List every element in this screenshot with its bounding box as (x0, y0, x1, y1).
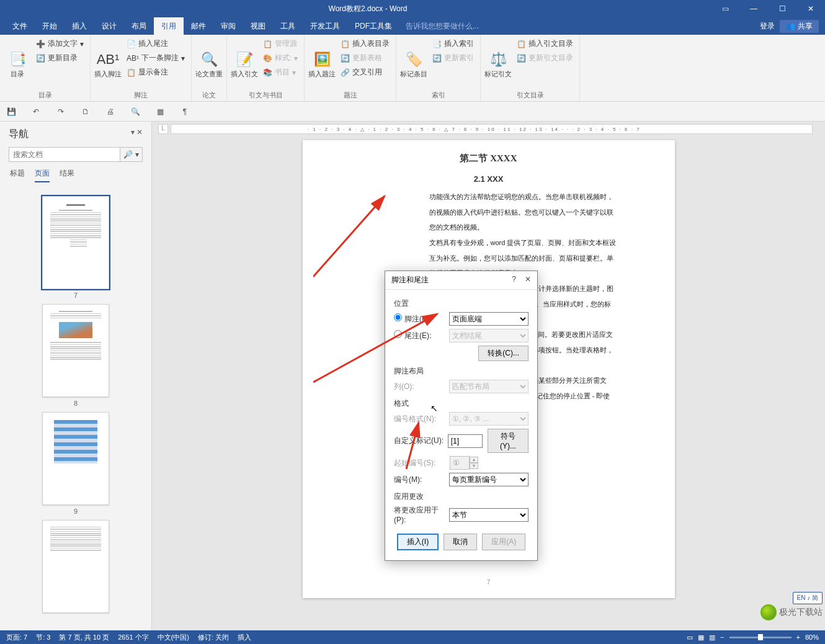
zoom-level[interactable]: 80% (805, 633, 819, 641)
titlebar: Word教程2.docx - Word ▭ — ☐ ✕ (0, 0, 825, 17)
zoom-slider[interactable] (729, 637, 792, 638)
update-authorities-button[interactable]: 🔄 更新引文目录 (514, 51, 576, 65)
bibliography-button[interactable]: 📚 书目 ▾ (261, 66, 300, 79)
nav-tab-headings[interactable]: 标题 (10, 168, 25, 182)
nav-tab-pages[interactable]: 页面 (35, 168, 50, 182)
numbering-select[interactable]: 每页重新编号 (449, 473, 528, 486)
ribbon-options-icon[interactable]: ▭ (711, 0, 739, 17)
tab-developer[interactable]: 开发工具 (303, 17, 347, 35)
table-icon[interactable]: ▦ (154, 105, 166, 118)
tab-file[interactable]: 文件 (5, 17, 35, 35)
start-at-input (450, 456, 470, 470)
cross-ference-button[interactable]: 🔗 交叉引用 (338, 66, 392, 79)
manage-sources-button[interactable]: 📋 管理源 (261, 37, 300, 50)
tab-references[interactable]: 引用 (154, 17, 184, 35)
insert-index-button[interactable]: 📑 插入索引 (430, 37, 476, 50)
symbol-button[interactable]: 符号(Y)... (488, 429, 528, 453)
tab-pdf[interactable]: PDF工具集 (347, 17, 399, 35)
tab-selector[interactable]: L (158, 124, 168, 134)
tab-review[interactable]: 审阅 (213, 17, 243, 35)
apply-to-select[interactable]: 本节 (449, 508, 528, 522)
close-button[interactable]: ✕ (796, 0, 825, 17)
doc-subheading: 2.1 XXX (330, 174, 648, 184)
status-section[interactable]: 节: 3 (36, 633, 50, 642)
page-thumbnail[interactable] (42, 196, 109, 289)
start-at-spinner: ▲▼ (470, 457, 478, 469)
redo-icon[interactable]: ↷ (55, 105, 67, 118)
tab-insert[interactable]: 插入 (65, 17, 94, 35)
mark-citation-button[interactable]: ⚖️标记引文 (484, 37, 512, 91)
page-thumbnail[interactable] (42, 520, 109, 613)
thumb-label: 9 (0, 508, 151, 515)
add-text-button[interactable]: ➕ 添加文字 ▾ (33, 37, 86, 50)
insert-button[interactable]: 插入(I) (397, 534, 439, 550)
zoom-out-icon[interactable]: − (720, 633, 724, 641)
convert-button[interactable]: 转换(C)... (478, 346, 528, 361)
footnote-radio[interactable] (394, 313, 402, 321)
paper-check-button[interactable]: 🔍论文查重 (195, 37, 223, 91)
status-position[interactable]: 第 7 页, 共 10 页 (59, 633, 109, 642)
insert-tof-button[interactable]: 📋 插入表目录 (338, 37, 392, 50)
update-toc-button[interactable]: 🔄 更新目录 (33, 51, 86, 65)
insert-caption-button[interactable]: 🖼️插入题注 (308, 37, 336, 91)
nav-search[interactable]: 🔎 ▾ (9, 147, 143, 162)
insert-citation-button[interactable]: 📝插入引文 (231, 37, 258, 91)
print-icon[interactable]: 🖨 (104, 105, 117, 118)
tab-tools[interactable]: 工具 (273, 17, 303, 35)
tab-design[interactable]: 设计 (94, 17, 124, 35)
footnote-position-select[interactable]: 页面底端 (449, 312, 528, 326)
dialog-help-icon[interactable]: ? (512, 275, 516, 285)
ruler[interactable]: · 1 · 2 · 3 · 4 · △ · 1 · 2 · 3 · 4 · 5 … (171, 124, 813, 134)
page-number: 7 (330, 579, 648, 586)
tab-mailings[interactable]: 邮件 (184, 17, 213, 35)
show-notes-button[interactable]: 📋 显示备注 (124, 66, 187, 79)
document-area: L · 1 · 2 · 3 · 4 · △ · 1 · 2 · 3 · 4 · … (152, 122, 825, 630)
insert-authorities-button[interactable]: 📋 插入引文目录 (514, 37, 576, 50)
toc-button[interactable]: 📑目录 (4, 37, 31, 91)
language-badge[interactable]: EN ♪ 简 (793, 592, 823, 604)
status-words[interactable]: 2651 个字 (118, 633, 149, 642)
share-button[interactable]: 👥 共享 (780, 20, 819, 33)
update-table-button[interactable]: 🔄 更新表格 (338, 51, 392, 65)
tell-me-input[interactable]: 告诉我您想要做什么... (406, 21, 479, 32)
nav-search-input[interactable] (9, 148, 120, 161)
mark-entry-button[interactable]: 🏷️标记条目 (400, 37, 427, 91)
preview-icon[interactable]: 🔍 (129, 105, 141, 118)
view-read-icon[interactable]: ▭ (687, 633, 693, 642)
zoom-in-icon[interactable]: + (796, 633, 800, 641)
login-link[interactable]: 登录 (760, 21, 775, 32)
next-footnote-button[interactable]: AB¹ 下一条脚注 ▾ (124, 51, 187, 65)
tab-home[interactable]: 开始 (35, 17, 65, 35)
group-index: 索引 (400, 91, 476, 100)
group-authorities: 引文目录 (484, 91, 576, 100)
group-captions: 题注 (308, 91, 392, 100)
new-icon[interactable]: 🗋 (79, 105, 92, 118)
status-page[interactable]: 页面: 7 (6, 633, 27, 642)
group-paper: 论文 (195, 91, 223, 100)
undo-icon[interactable]: ↶ (30, 105, 42, 118)
insert-endnote-button[interactable]: 📄 插入尾注 (124, 37, 187, 50)
view-web-icon[interactable]: ▥ (709, 633, 715, 642)
nav-tab-results[interactable]: 结果 (60, 168, 74, 182)
endnote-radio[interactable] (394, 330, 402, 338)
status-mode[interactable]: 插入 (238, 633, 251, 642)
insert-footnote-button[interactable]: AB¹插入脚注 (94, 37, 122, 91)
view-print-icon[interactable]: ▦ (698, 633, 704, 642)
cancel-button[interactable]: 取消 (444, 534, 477, 550)
paragraph-icon[interactable]: ¶ (179, 105, 191, 118)
status-language[interactable]: 中文(中国) (158, 633, 189, 642)
tab-view[interactable]: 视图 (243, 17, 273, 35)
search-icon[interactable]: 🔎 ▾ (120, 148, 142, 161)
tab-layout[interactable]: 布局 (124, 17, 154, 35)
save-icon[interactable]: 💾 (5, 105, 17, 118)
page-thumbnail[interactable] (42, 304, 109, 397)
page-thumbnail[interactable] (42, 412, 109, 505)
dialog-close-icon[interactable]: ✕ (525, 275, 531, 285)
custom-mark-input[interactable] (448, 434, 483, 448)
minimize-button[interactable]: — (739, 0, 768, 17)
status-track[interactable]: 修订: 关闭 (198, 633, 229, 642)
style-dropdown[interactable]: 🎨 样式: ▾ (261, 51, 300, 65)
update-index-button[interactable]: 🔄 更新索引 (430, 51, 476, 65)
nav-close-icon[interactable]: ▾ ✕ (131, 128, 143, 141)
maximize-button[interactable]: ☐ (768, 0, 796, 17)
